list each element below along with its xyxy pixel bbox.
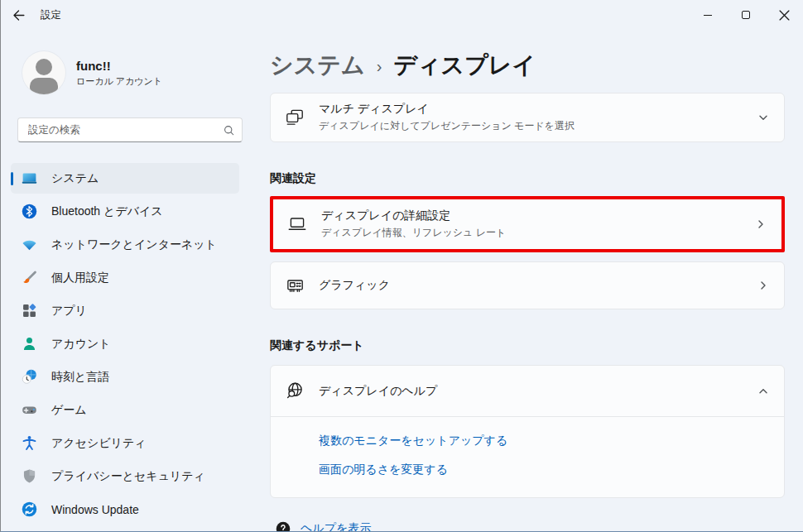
sidebar: func!! ローカル アカウント システム Bluetooth とデバイス — [1, 30, 249, 532]
sidebar-item-system[interactable]: システム — [11, 163, 239, 194]
sidebar-nav: システム Bluetooth とデバイス ネットワークとインターネット 個人用設… — [1, 163, 249, 525]
maximize-button[interactable] — [727, 1, 765, 29]
back-button[interactable] — [1, 0, 36, 30]
multi-display-icon — [284, 107, 305, 128]
card-title: ディスプレイのヘルプ — [319, 384, 757, 399]
maximize-icon — [742, 11, 750, 19]
sidebar-item-privacy-security[interactable]: プライバシーとセキュリティ — [11, 461, 239, 491]
sidebar-item-gaming[interactable]: ゲーム — [11, 395, 239, 425]
sidebar-item-label: アカウント — [51, 337, 111, 352]
card-title: ディスプレイの詳細設定 — [321, 208, 755, 223]
minimize-button[interactable] — [689, 1, 727, 29]
globe-search-icon — [284, 381, 305, 402]
window-title: 設定 — [41, 8, 61, 22]
help-links: 複数のモニターをセットアップする 画面の明るさを変更する — [271, 417, 784, 497]
display-help-card: ディスプレイのヘルプ 複数のモニターをセットアップする 画面の明るさを変更する — [270, 365, 785, 498]
sidebar-item-windows-update[interactable]: Windows Update — [11, 494, 239, 525]
sidebar-item-label: ネットワークとインターネット — [51, 237, 217, 252]
chevron-right-icon — [755, 218, 767, 230]
sidebar-item-label: システム — [51, 171, 99, 186]
apps-icon — [21, 302, 38, 319]
graphics-card[interactable]: グラフィック — [270, 261, 785, 309]
chevron-down-icon — [757, 112, 769, 123]
sidebar-item-label: 個人用設定 — [51, 271, 109, 285]
bluetooth-icon — [21, 203, 38, 220]
sidebar-item-apps[interactable]: アプリ — [11, 295, 239, 326]
time-language-icon — [21, 368, 38, 386]
selected-accent-pill — [11, 172, 13, 185]
sidebar-item-label: Bluetooth とデバイス — [51, 204, 163, 219]
sidebar-item-label: 時刻と言語 — [51, 370, 109, 385]
privacy-icon — [21, 467, 38, 485]
breadcrumb-parent[interactable]: システム — [270, 50, 365, 81]
search-input[interactable] — [28, 124, 223, 136]
minimize-icon — [704, 15, 712, 16]
close-icon — [779, 10, 790, 21]
get-help-link[interactable]: ヘルプを表示 — [301, 521, 371, 532]
windows-update-icon — [21, 501, 38, 518]
card-subtitle: ディスプレイに対してプレゼンテーション モードを選択 — [319, 119, 757, 133]
sidebar-item-accounts[interactable]: アカウント — [11, 328, 239, 359]
sidebar-item-label: プライバシーとセキュリティ — [51, 469, 205, 484]
breadcrumb-separator-icon: › — [377, 55, 382, 76]
back-arrow-icon — [12, 8, 26, 22]
multi-display-card[interactable]: マルチ ディスプレイ ディスプレイに対してプレゼンテーション モードを選択 — [270, 93, 785, 142]
sidebar-item-label: アクセシビリティ — [51, 436, 147, 451]
link-change-brightness[interactable]: 画面の明るさを変更する — [319, 463, 448, 477]
sidebar-item-network-internet[interactable]: ネットワークとインターネット — [11, 229, 239, 260]
accessibility-icon — [21, 434, 38, 452]
link-setup-multiple-monitors[interactable]: 複数のモニターをセットアップする — [319, 434, 507, 448]
sidebar-item-label: アプリ — [51, 304, 87, 319]
user-account-type: ローカル アカウント — [76, 75, 162, 88]
search-icon — [223, 124, 235, 137]
network-icon — [21, 236, 38, 253]
gaming-icon — [21, 401, 38, 419]
titlebar: 設定 — [1, 0, 803, 30]
get-help-row: ヘルプを表示 — [274, 520, 785, 532]
card-subtitle: ディスプレイ情報、リフレッシュ レート — [321, 226, 755, 240]
laptop-display-icon — [286, 213, 308, 235]
settings-search-box[interactable] — [17, 117, 243, 142]
sidebar-item-time-language[interactable]: 時刻と言語 — [11, 362, 239, 392]
sidebar-item-bluetooth-devices[interactable]: Bluetooth とデバイス — [11, 196, 239, 227]
card-title: グラフィック — [319, 278, 757, 293]
chevron-up-icon — [757, 386, 769, 397]
chevron-right-icon — [757, 280, 769, 291]
question-circle-icon — [274, 520, 292, 532]
main-content: システム › ディスプレイ マルチ ディスプレイ ディスプレイに対してプレゼンテ… — [249, 30, 803, 532]
advanced-display-card[interactable]: ディスプレイの詳細設定 ディスプレイ情報、リフレッシュ レート — [273, 199, 781, 249]
sidebar-item-accessibility[interactable]: アクセシビリティ — [11, 428, 239, 458]
close-button[interactable] — [765, 1, 803, 29]
user-profile[interactable]: func!! ローカル アカウント — [22, 51, 249, 94]
card-title: マルチ ディスプレイ — [319, 102, 757, 117]
breadcrumb: システム › ディスプレイ — [270, 50, 785, 81]
related-support-heading: 関連するサポート — [270, 338, 785, 353]
page-title: ディスプレイ — [393, 50, 536, 81]
highlight-box: ディスプレイの詳細設定 ディスプレイ情報、リフレッシュ レート — [270, 196, 785, 252]
avatar — [22, 51, 65, 94]
accounts-icon — [21, 335, 38, 352]
sidebar-item-label: Windows Update — [51, 503, 139, 516]
sidebar-item-label: ゲーム — [51, 403, 87, 418]
sidebar-item-personalization[interactable]: 個人用設定 — [11, 262, 239, 293]
personalization-icon — [21, 269, 38, 286]
user-name: func!! — [76, 59, 162, 73]
display-help-header[interactable]: ディスプレイのヘルプ — [271, 366, 784, 416]
graphics-card-icon — [284, 275, 305, 296]
related-settings-heading: 関連設定 — [270, 171, 785, 186]
system-icon — [21, 170, 38, 187]
